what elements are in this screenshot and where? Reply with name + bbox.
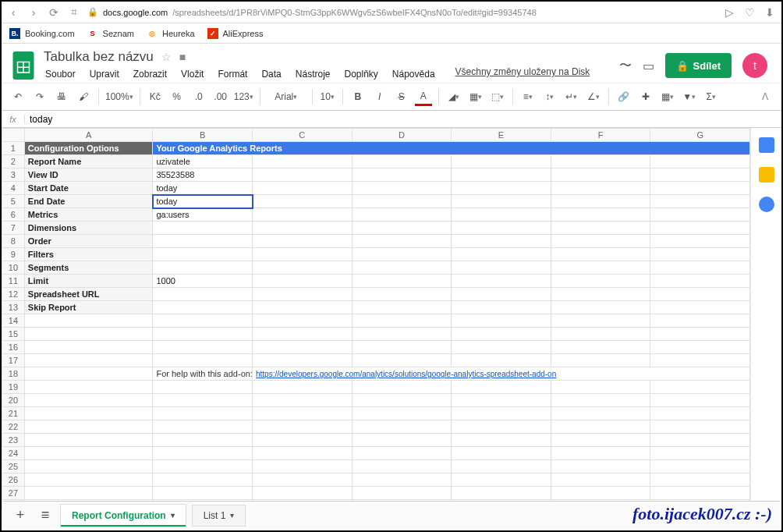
cell[interactable]	[650, 314, 750, 328]
sheet-tab-active[interactable]: Report Configuration▾	[61, 505, 186, 527]
cell[interactable]	[253, 354, 353, 367]
menu-item[interactable]: Nápověda	[391, 66, 437, 82]
cell[interactable]	[352, 182, 452, 195]
heart-icon[interactable]: ♡	[742, 6, 756, 19]
strike-button[interactable]: S	[393, 87, 410, 106]
cell[interactable]	[452, 275, 551, 288]
column-header[interactable]: F	[551, 129, 650, 142]
cell[interactable]	[352, 328, 452, 341]
row-header[interactable]: 25	[2, 460, 25, 473]
cell[interactable]	[153, 314, 253, 328]
cell[interactable]	[253, 394, 353, 407]
browser-apps[interactable]: ⌗	[67, 5, 81, 19]
cell[interactable]: View ID	[24, 168, 153, 182]
row-header[interactable]: 17	[2, 354, 25, 367]
row-header[interactable]: 24	[2, 447, 25, 460]
cell[interactable]	[253, 328, 353, 341]
cell[interactable]	[253, 487, 353, 500]
cell[interactable]: Start Date	[24, 182, 153, 195]
valign-button[interactable]: ↕	[541, 87, 558, 106]
cell[interactable]	[452, 195, 551, 208]
cell[interactable]	[352, 460, 452, 473]
cell[interactable]	[153, 407, 253, 420]
cell[interactable]	[352, 407, 452, 420]
cell[interactable]	[24, 420, 153, 434]
cell[interactable]	[551, 195, 650, 208]
column-header[interactable]: G	[650, 129, 750, 142]
cell[interactable]	[352, 447, 452, 460]
cell[interactable]	[650, 275, 750, 288]
cell[interactable]	[24, 341, 153, 354]
cell[interactable]	[253, 460, 353, 473]
cell[interactable]: Your Google Analytics Reports	[153, 142, 750, 155]
folder-icon[interactable]: ■	[179, 51, 186, 63]
cell[interactable]	[253, 155, 353, 168]
column-header[interactable]: B	[153, 129, 253, 142]
cell[interactable]	[153, 447, 253, 460]
cell[interactable]	[551, 341, 650, 354]
cell[interactable]	[153, 288, 253, 301]
trend-icon[interactable]: 〜	[619, 58, 632, 74]
number-format-button[interactable]: 123	[234, 87, 253, 106]
cell[interactable]	[153, 487, 253, 500]
functions-button[interactable]: Σ	[703, 87, 720, 106]
cell[interactable]	[551, 460, 650, 473]
cell[interactable]	[452, 168, 551, 182]
cell[interactable]: Configuration Options	[24, 142, 153, 155]
cell[interactable]	[551, 420, 650, 434]
cell[interactable]	[253, 447, 353, 460]
cell[interactable]	[352, 235, 452, 248]
collapse-toolbar-button[interactable]: ᐱ	[756, 87, 774, 106]
keep-icon[interactable]	[759, 167, 774, 183]
cell[interactable]	[650, 168, 750, 182]
cell[interactable]	[24, 381, 153, 394]
cell[interactable]	[551, 434, 650, 447]
add-sheet-button[interactable]: +	[11, 507, 30, 523]
row-header[interactable]: 11	[2, 275, 25, 288]
cell[interactable]	[153, 434, 253, 447]
cell[interactable]	[153, 341, 253, 354]
print-button[interactable]: 🖶	[53, 87, 70, 106]
cell[interactable]	[253, 407, 353, 420]
cell[interactable]: Report Name	[24, 155, 153, 168]
cell[interactable]: Limit	[24, 275, 153, 288]
tasks-icon[interactable]	[759, 197, 774, 212]
cell[interactable]	[551, 288, 650, 301]
row-header[interactable]: 1	[2, 142, 25, 155]
cell[interactable]	[650, 301, 750, 314]
bookmark-item[interactable]: ✓AliExpress	[207, 28, 264, 39]
row-header[interactable]: 8	[2, 235, 25, 248]
bookmark-item[interactable]: B.Booking.com	[9, 28, 75, 39]
cell[interactable]: End Date	[24, 195, 153, 208]
cell[interactable]	[452, 314, 551, 328]
cell[interactable]	[452, 208, 551, 222]
cell[interactable]	[650, 487, 750, 500]
cell[interactable]	[153, 301, 253, 314]
menu-item[interactable]: Vložit	[179, 66, 205, 82]
cell[interactable]	[253, 168, 353, 182]
bookmark-item[interactable]: SSeznam	[87, 28, 134, 39]
decrease-decimal-button[interactable]: .0	[190, 87, 207, 106]
cell[interactable]	[551, 168, 650, 182]
cell[interactable]	[650, 235, 750, 248]
all-sheets-button[interactable]: ≡	[36, 507, 55, 523]
cell[interactable]	[153, 235, 253, 248]
rotate-button[interactable]: ∠	[585, 87, 602, 106]
cell[interactable]	[452, 434, 551, 447]
cell[interactable]	[352, 420, 452, 434]
borders-button[interactable]: ▦	[467, 87, 484, 106]
row-header[interactable]: 18	[2, 367, 25, 381]
cell[interactable]: today	[153, 182, 253, 195]
cell[interactable]	[551, 447, 650, 460]
cell[interactable]: Skip Report	[24, 301, 153, 314]
cell[interactable]	[452, 341, 551, 354]
cell[interactable]	[650, 447, 750, 460]
browser-forward[interactable]: ›	[27, 6, 41, 19]
cell[interactable]	[24, 328, 153, 341]
help-link[interactable]: https://developers.google.com/analytics/…	[256, 370, 556, 378]
cell[interactable]	[253, 261, 353, 275]
cell[interactable]: ga:users	[153, 208, 253, 222]
cell[interactable]	[650, 420, 750, 434]
row-header[interactable]: 7	[2, 222, 25, 235]
cell[interactable]	[153, 381, 253, 394]
